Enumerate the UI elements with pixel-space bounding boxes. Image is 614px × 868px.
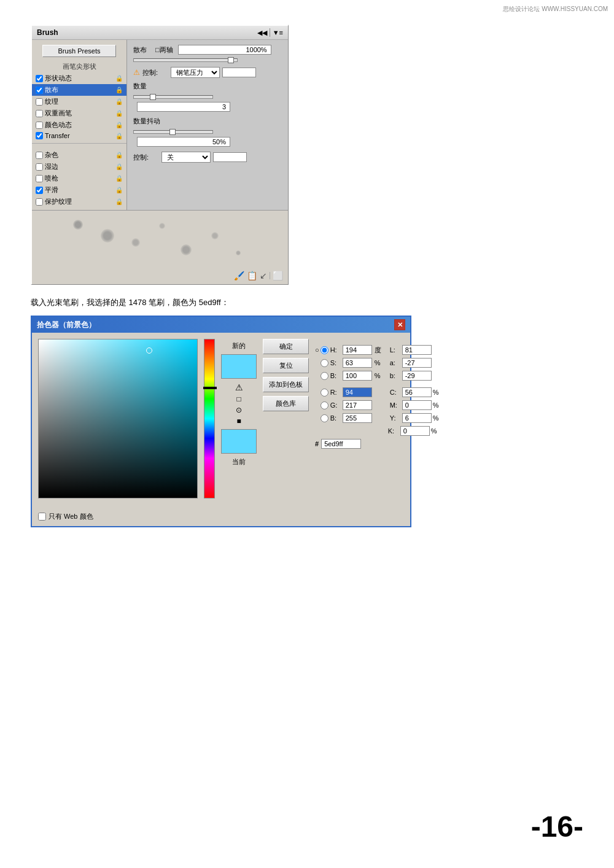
page-number: -16-	[531, 810, 583, 843]
sidebar-item-dual-brush[interactable]: 双重画笔 🔒	[32, 107, 126, 119]
noise-checkbox[interactable]	[36, 152, 43, 159]
brush-panel-title: Brush	[37, 28, 58, 37]
scatter-slider-thumb[interactable]	[228, 57, 234, 63]
ok-button[interactable]: 确定	[263, 339, 309, 354]
control-input-2[interactable]	[213, 152, 247, 162]
prev-icon[interactable]: ◀◀	[257, 29, 267, 37]
count-value-input[interactable]	[137, 102, 230, 112]
lock-icon-smooth: 🔒	[115, 187, 123, 193]
m-input[interactable]	[402, 400, 432, 410]
control-input-1[interactable]	[222, 68, 256, 77]
color-dynamics-checkbox[interactable]	[36, 122, 43, 129]
g-radio[interactable]	[321, 401, 328, 409]
texture-checkbox[interactable]	[36, 98, 43, 106]
dual-brush-checkbox[interactable]	[36, 110, 43, 117]
color-gradient-box[interactable]	[38, 339, 198, 498]
sidebar-item-wet-edges[interactable]: 湿边 🔒	[32, 161, 126, 172]
sidebar-item-label: 喷枪	[45, 174, 58, 183]
web-color-checkbox[interactable]	[38, 513, 46, 521]
transfer-checkbox[interactable]	[36, 132, 43, 139]
sidebar-item-airbrush[interactable]: 喷枪 🔒	[32, 172, 126, 184]
page-num: 16	[541, 810, 573, 843]
count-slider-track[interactable]	[133, 95, 213, 99]
color-library-button[interactable]: 颜色库	[263, 396, 309, 411]
l-input[interactable]	[402, 345, 432, 355]
value-row-s: ○ S: % a:	[315, 358, 438, 368]
sidebar-item-protect-texture[interactable]: 保护纹理 🔒	[32, 196, 126, 207]
b2-input[interactable]	[402, 371, 432, 381]
control-dropdown-2[interactable]: 关	[161, 152, 211, 163]
h-radio[interactable]	[321, 346, 328, 354]
scatter-value-input[interactable]	[178, 45, 271, 55]
count-slider-row	[133, 93, 282, 112]
shape-dynamics-checkbox[interactable]	[36, 75, 43, 82]
sidebar-item-shape-dynamics[interactable]: 形状动态 🔒	[32, 72, 126, 84]
brush-preview-dot-6	[211, 232, 219, 239]
wet-edges-checkbox[interactable]	[36, 163, 43, 171]
a-input[interactable]	[402, 358, 432, 368]
s-radio[interactable]	[321, 359, 328, 367]
count-jitter-row: 数量抖动	[133, 117, 282, 147]
b3-radio[interactable]	[321, 414, 328, 422]
preview-icon-1[interactable]: 🖌️	[234, 271, 244, 281]
sidebar-item-label: 形状动态	[45, 74, 72, 83]
count-jitter-slider-thumb[interactable]	[169, 129, 176, 135]
value-row-b: ○ B: % b:	[315, 371, 438, 381]
separator	[270, 28, 270, 37]
brush-preview-dot-2	[101, 229, 114, 242]
lock-icon-wet: 🔒	[115, 163, 123, 170]
count-jitter-value-input[interactable]	[137, 137, 230, 147]
warning-icon: ⚠	[133, 68, 140, 77]
sidebar-item-label: 颜色动态	[45, 120, 72, 130]
preview-icon-4[interactable]: ⬜	[273, 271, 283, 281]
airbrush-checkbox[interactable]	[36, 175, 43, 182]
scatter-checkbox[interactable]	[36, 87, 43, 94]
preview-icon-3[interactable]: ↙	[260, 271, 267, 281]
brush-presets-button[interactable]: Brush Presets	[42, 45, 116, 57]
panel-body: Brush Presets 画笔尖形状 形状动态 🔒 散布 🔒 纹理 🔒	[32, 40, 288, 210]
smooth-checkbox[interactable]	[36, 187, 43, 194]
preview-bottom-bar: 🖌️ 📋 ↙ ⬜	[34, 269, 286, 282]
r-input[interactable]	[343, 387, 372, 397]
reset-button[interactable]: 复位	[263, 358, 309, 373]
y-input[interactable]	[402, 413, 432, 423]
sidebar-item-noise[interactable]: 杂色 🔒	[32, 149, 126, 161]
b-radio[interactable]	[321, 372, 328, 380]
k-input[interactable]	[400, 426, 430, 436]
menu-icon[interactable]: ▼≡	[273, 29, 283, 36]
control-dropdown-1[interactable]: 钢笔压力	[171, 67, 220, 78]
color-picker-title: 拾色器（前景色）	[37, 320, 96, 330]
s-input[interactable]	[343, 358, 372, 368]
square-icon: ■	[236, 417, 241, 425]
protect-texture-checkbox[interactable]	[36, 198, 43, 206]
hue-slider-thumb[interactable]	[203, 387, 217, 389]
b3-input[interactable]	[343, 413, 372, 423]
h-input[interactable]	[343, 345, 372, 355]
r-radio[interactable]	[321, 389, 328, 397]
hue-slider[interactable]	[204, 339, 215, 498]
count-jitter-slider-track[interactable]	[133, 130, 213, 134]
sidebar-item-scatter[interactable]: 散布 🔒	[32, 84, 126, 96]
sidebar-item-transfer[interactable]: Transfer 🔒	[32, 131, 126, 141]
hex-input[interactable]	[321, 439, 361, 449]
sidebar-item-color-dynamics[interactable]: 颜色动态 🔒	[32, 119, 126, 131]
preview-icon-2[interactable]: 📋	[247, 271, 257, 281]
close-button[interactable]: ✕	[394, 319, 405, 330]
new-swatch-label: 新的	[232, 341, 246, 351]
sidebar-item-smooth[interactable]: 平滑 🔒	[32, 184, 126, 196]
b-input[interactable]	[343, 371, 372, 381]
lock-icon-texture: 🔒	[115, 98, 123, 105]
count-slider-thumb[interactable]	[150, 94, 156, 100]
add-to-swatches-button[interactable]: 添加到色板	[263, 377, 309, 392]
value-row-r: ○ R: C: %	[315, 387, 438, 397]
c-input[interactable]	[402, 387, 432, 397]
current-color-swatch	[221, 429, 257, 454]
value-row-b2: ○ B: Y: %	[315, 413, 438, 423]
scatter-slider-track[interactable]	[133, 58, 238, 62]
h-unit: 度	[375, 346, 384, 355]
hex-row: #	[315, 439, 438, 449]
g-input[interactable]	[343, 400, 372, 410]
sidebar-item-texture[interactable]: 纹理 🔒	[32, 96, 126, 107]
scatter-label: 散布	[133, 45, 150, 55]
b-unit: %	[375, 372, 384, 379]
